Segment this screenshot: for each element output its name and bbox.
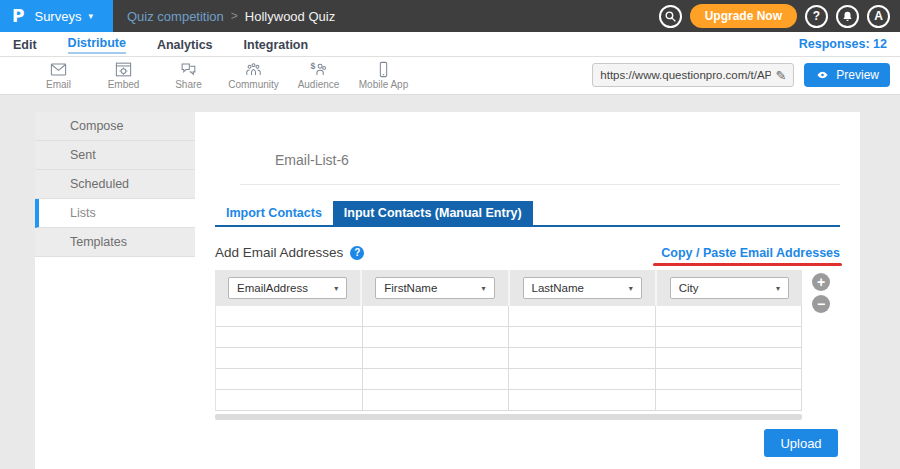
contact-cell[interactable] xyxy=(363,306,510,326)
contact-cell[interactable] xyxy=(216,369,363,389)
contact-cell[interactable] xyxy=(656,306,803,326)
column-select-city[interactable]: City ▾ xyxy=(670,277,789,299)
contact-cell[interactable] xyxy=(509,369,656,389)
top-header-bar: P Surveys ▾ Quiz competition > Hollywood… xyxy=(0,0,900,32)
table-row xyxy=(215,348,802,369)
eye-icon xyxy=(815,69,830,81)
search-icon xyxy=(664,10,677,23)
upload-button[interactable]: Upload xyxy=(764,429,838,457)
sidebar-item-templates[interactable]: Templates xyxy=(35,228,195,257)
chevron-down-icon: ▾ xyxy=(88,11,93,21)
toolbar-item-label: Embed xyxy=(108,79,140,90)
contact-cell[interactable] xyxy=(656,369,803,389)
distribute-toolbar: Email Embed Share Community $ Audience M… xyxy=(0,57,900,95)
chevron-down-icon: ▾ xyxy=(629,284,633,293)
section-title: Add Email Addresses xyxy=(215,245,343,260)
column-select-email-address[interactable]: EmailAddress ▾ xyxy=(228,277,347,299)
toolbar-item-share[interactable]: Share xyxy=(156,60,221,90)
audience-icon: $ xyxy=(308,60,329,79)
breadcrumb-parent[interactable]: Quiz competition xyxy=(127,9,224,24)
community-icon xyxy=(243,60,264,79)
toolbar-item-embed[interactable]: Embed xyxy=(91,60,156,90)
contact-cell[interactable] xyxy=(216,348,363,368)
column-header-cell: FirstName ▾ xyxy=(362,270,509,306)
notifications-button[interactable] xyxy=(836,5,859,28)
survey-url-value: https://www.questionpro.com/t/APNrFZ xyxy=(600,69,771,81)
product-name: Surveys xyxy=(34,9,81,24)
sidebar-item-sent[interactable]: Sent xyxy=(35,141,195,170)
toolbar-item-label: Audience xyxy=(298,79,340,90)
responses-count[interactable]: Responses: 12 xyxy=(799,37,887,51)
contact-cell[interactable] xyxy=(363,327,510,347)
contact-cell[interactable] xyxy=(363,369,510,389)
column-header-cell: LastName ▾ xyxy=(510,270,657,306)
add-row-button[interactable]: + xyxy=(812,273,830,291)
nav-tab-distribute[interactable]: Distribute xyxy=(68,34,126,54)
contacts-tabs: Import Contacts Input Contacts (Manual E… xyxy=(215,201,840,227)
chevron-down-icon: ▾ xyxy=(481,284,485,293)
column-select-last-name[interactable]: LastName ▾ xyxy=(523,277,642,299)
nav-tab-edit[interactable]: Edit xyxy=(13,36,37,52)
select-value: LastName xyxy=(532,282,584,294)
table-row xyxy=(215,306,802,327)
tab-import-contacts[interactable]: Import Contacts xyxy=(215,201,333,225)
bell-icon xyxy=(841,10,854,23)
sidebar-item-lists[interactable]: Lists xyxy=(35,199,195,228)
contact-cell[interactable] xyxy=(656,327,803,347)
contact-cell[interactable] xyxy=(509,390,656,410)
share-icon xyxy=(178,60,199,79)
embed-icon xyxy=(113,60,134,79)
survey-url-field[interactable]: https://www.questionpro.com/t/APNrFZ ✎ xyxy=(592,63,794,87)
select-value: FirstName xyxy=(384,282,437,294)
sidebar-item-label: Lists xyxy=(70,206,96,220)
table-row xyxy=(215,327,802,348)
tab-input-contacts-manual[interactable]: Input Contacts (Manual Entry) xyxy=(333,201,533,225)
edit-url-icon[interactable]: ✎ xyxy=(775,68,786,83)
contact-cell[interactable] xyxy=(656,390,803,410)
search-button[interactable] xyxy=(659,5,682,28)
sidebar-item-scheduled[interactable]: Scheduled xyxy=(35,170,195,199)
page-background: Compose Sent Scheduled Lists Templates E… xyxy=(0,96,900,469)
remove-row-button[interactable]: − xyxy=(812,295,830,313)
select-value: City xyxy=(679,282,699,294)
contact-cell[interactable] xyxy=(509,327,656,347)
email-sidebar: Compose Sent Scheduled Lists Templates xyxy=(35,112,195,469)
column-select-first-name[interactable]: FirstName ▾ xyxy=(375,277,494,299)
row-actions-gutter: + − xyxy=(802,270,840,420)
select-value: EmailAddress xyxy=(237,282,308,294)
breadcrumb-separator: > xyxy=(231,9,238,23)
nav-tab-analytics[interactable]: Analytics xyxy=(157,36,213,52)
contact-cell[interactable] xyxy=(509,306,656,326)
email-lists-panel: Compose Sent Scheduled Lists Templates E… xyxy=(35,112,860,469)
contact-cell[interactable] xyxy=(216,390,363,410)
product-switcher[interactable]: P Surveys ▾ xyxy=(0,0,113,32)
copy-paste-email-link[interactable]: Copy / Paste Email Addresses xyxy=(661,246,840,260)
contact-cell[interactable] xyxy=(216,306,363,326)
toolbar-item-mobile-app[interactable]: Mobile App xyxy=(351,60,416,90)
breadcrumb-current: Hollywood Quiz xyxy=(245,9,335,24)
toolbar-right-group: https://www.questionpro.com/t/APNrFZ ✎ P… xyxy=(592,60,890,87)
contacts-table-area: EmailAddress ▾ FirstName ▾ xyxy=(215,270,840,420)
contact-cell[interactable] xyxy=(656,348,803,368)
contact-cell[interactable] xyxy=(363,348,510,368)
mobile-app-icon xyxy=(373,60,394,79)
contact-cell[interactable] xyxy=(216,327,363,347)
help-tooltip-icon[interactable]: ? xyxy=(350,246,364,260)
upgrade-now-button[interactable]: Upgrade Now xyxy=(690,4,797,28)
toolbar-item-audience[interactable]: $ Audience xyxy=(286,60,351,90)
contact-cell[interactable] xyxy=(363,390,510,410)
account-avatar[interactable]: A xyxy=(867,5,890,28)
contact-cell[interactable] xyxy=(509,348,656,368)
sidebar-item-compose[interactable]: Compose xyxy=(35,112,195,141)
title-divider xyxy=(240,184,840,185)
nav-tab-integration[interactable]: Integration xyxy=(244,36,309,52)
chevron-down-icon: ▾ xyxy=(776,284,780,293)
toolbar-item-email[interactable]: Email xyxy=(26,60,91,90)
preview-button[interactable]: Preview xyxy=(804,63,890,87)
help-button[interactable]: ? xyxy=(805,5,828,28)
toolbar-item-community[interactable]: Community xyxy=(221,60,286,90)
email-icon xyxy=(48,60,69,79)
horizontal-scrollbar[interactable] xyxy=(215,414,802,420)
survey-nav-bar: Edit Distribute Analytics Integration Re… xyxy=(0,32,900,57)
list-title: Email-List-6 xyxy=(275,152,840,168)
